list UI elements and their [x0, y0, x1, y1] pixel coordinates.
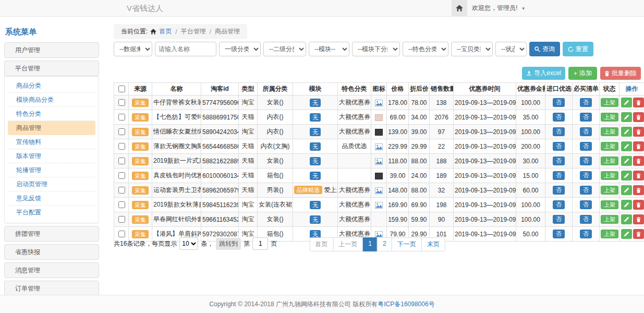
add-button[interactable]: + 添加 [568, 67, 597, 80]
status-button[interactable]: 上架 [601, 142, 618, 151]
status-select[interactable]: --状态-- [495, 42, 527, 56]
must-buy-toggle[interactable]: 否 [580, 113, 592, 122]
sidebar-item-group[interactable]: 拼团管理 [4, 226, 99, 242]
import-excel-button[interactable]: 导入excel [522, 67, 565, 80]
module-subcategory-select[interactable]: --模块下分类-- [352, 42, 400, 56]
row-checkbox[interactable] [118, 216, 125, 223]
import-select-toggle[interactable]: 否 [553, 142, 565, 151]
sidebar-item-group[interactable]: 订单管理 [4, 281, 99, 295]
edit-button[interactable] [621, 185, 632, 195]
edit-button[interactable] [621, 171, 632, 180]
item-type-select[interactable]: --宝贝类型-- [451, 42, 493, 56]
edit-button[interactable] [621, 200, 632, 210]
must-buy-toggle[interactable]: 否 [580, 186, 592, 195]
must-buy-toggle[interactable]: 否 [580, 171, 592, 180]
delete-button[interactable] [633, 127, 644, 137]
page-number-input[interactable] [252, 237, 268, 250]
must-buy-toggle[interactable]: 否 [580, 215, 592, 224]
icp-link[interactable]: 粤ICP备16098006号 [378, 300, 434, 308]
status-button[interactable]: 上架 [601, 215, 618, 224]
row-checkbox[interactable] [118, 158, 125, 164]
import-select-toggle[interactable]: 否 [553, 156, 565, 165]
level2-category-select[interactable]: --二级分类-- [263, 42, 306, 56]
edit-button[interactable] [621, 141, 632, 151]
status-button[interactable]: 上架 [601, 186, 618, 195]
home-icon[interactable] [452, 0, 467, 16]
delete-button[interactable] [633, 200, 644, 210]
per-page-select[interactable]: 10 [179, 237, 198, 250]
sidebar-item-group[interactable]: 省惠快报 [4, 244, 99, 260]
select-all-checkbox[interactable] [118, 86, 125, 92]
pager-button-1[interactable]: 1 [362, 237, 378, 251]
import-select-toggle[interactable]: 否 [553, 200, 565, 209]
reset-button[interactable]: 重置 [563, 42, 593, 56]
edit-button[interactable] [621, 98, 632, 107]
sidebar-item-group[interactable]: 消息管理 [4, 262, 99, 278]
import-select-toggle[interactable]: 否 [553, 215, 565, 224]
delete-button[interactable] [633, 112, 644, 122]
import-select-toggle[interactable]: 否 [553, 127, 565, 136]
delete-button[interactable] [633, 156, 644, 166]
import-select-toggle[interactable]: 否 [553, 171, 565, 180]
row-checkbox[interactable] [118, 172, 125, 179]
sidebar-item-sub[interactable]: 平台配置 [8, 206, 95, 220]
import-select-toggle[interactable]: 否 [553, 98, 565, 107]
row-checkbox[interactable] [118, 231, 125, 237]
sidebar-item-sub[interactable]: 轮播管理 [8, 163, 95, 177]
import-select-toggle[interactable]: 否 [553, 113, 565, 122]
level1-category-select[interactable]: 一级分类 [219, 42, 261, 56]
status-button[interactable]: 上架 [601, 171, 618, 180]
pager-button-2[interactable]: 2 [377, 237, 392, 251]
sidebar-item-sub[interactable]: 宣传物料 [8, 135, 95, 149]
delete-button[interactable] [633, 185, 644, 195]
must-buy-toggle[interactable]: 否 [580, 98, 592, 107]
row-checkbox[interactable] [118, 114, 125, 121]
pager-button-首页[interactable]: 首页 [309, 237, 333, 251]
must-buy-toggle[interactable]: 否 [580, 156, 592, 165]
delete-button[interactable] [633, 214, 644, 224]
edit-button[interactable] [621, 112, 632, 122]
jump-to-button[interactable]: 跳转到 [216, 238, 241, 250]
row-checkbox[interactable] [118, 187, 125, 194]
sidebar-item-group[interactable]: 用户管理 [4, 42, 99, 58]
edit-button[interactable] [621, 156, 632, 166]
status-button[interactable]: 上架 [601, 98, 618, 107]
feature-category-select[interactable]: --特色分类-- [403, 42, 448, 56]
user-menu[interactable]: 欢迎您，管理员! ▼ [472, 0, 526, 17]
price-cell: 229.99 [387, 139, 409, 154]
must-buy-toggle[interactable]: 否 [580, 142, 592, 151]
edit-button[interactable] [621, 214, 632, 224]
must-buy-toggle[interactable]: 否 [580, 127, 592, 136]
row-checkbox[interactable] [118, 128, 125, 135]
status-button[interactable]: 上架 [601, 156, 618, 165]
status-button[interactable]: 上架 [601, 113, 618, 122]
sidebar-item-group[interactable]: 平台管理 [4, 61, 99, 76]
sidebar-item-active[interactable]: 商品管理 [8, 121, 95, 135]
breadcrumb-home-link[interactable]: 首页 [159, 27, 172, 36]
name-search-input[interactable] [155, 42, 216, 56]
query-button[interactable]: 查询 [529, 42, 560, 56]
batch-delete-button[interactable]: 批量删除 [600, 67, 641, 80]
sidebar-item-sub[interactable]: 商品分类 [8, 79, 95, 93]
pager-button-下一页[interactable]: 下一页 [392, 237, 422, 251]
data-source-select[interactable]: --数据来源-- [114, 42, 152, 56]
must-buy-toggle[interactable]: 否 [580, 200, 592, 209]
row-checkbox[interactable] [118, 143, 125, 150]
row-checkbox[interactable] [118, 99, 125, 106]
delete-button[interactable] [633, 171, 644, 180]
sidebar-item-sub[interactable]: 特色分类 [8, 107, 95, 121]
module-select[interactable]: --模块-- [309, 42, 349, 56]
pager-button-上一页[interactable]: 上一页 [333, 237, 363, 251]
status-button[interactable]: 上架 [601, 200, 618, 209]
sidebar-item-sub[interactable]: 版本管理 [8, 149, 95, 163]
status-button[interactable]: 上架 [601, 127, 618, 136]
sidebar-item-sub[interactable]: 启动页管理 [8, 177, 95, 191]
delete-button[interactable] [633, 98, 644, 107]
delete-button[interactable] [633, 141, 644, 151]
import-select-toggle[interactable]: 否 [553, 186, 565, 195]
edit-button[interactable] [621, 127, 632, 137]
sidebar-item-sub[interactable]: 意见反馈 [8, 191, 95, 206]
row-checkbox[interactable] [118, 201, 125, 208]
sidebar-item-sub[interactable]: 模块商品分类 [8, 93, 95, 107]
pager-button-末页[interactable]: 末页 [421, 237, 445, 251]
